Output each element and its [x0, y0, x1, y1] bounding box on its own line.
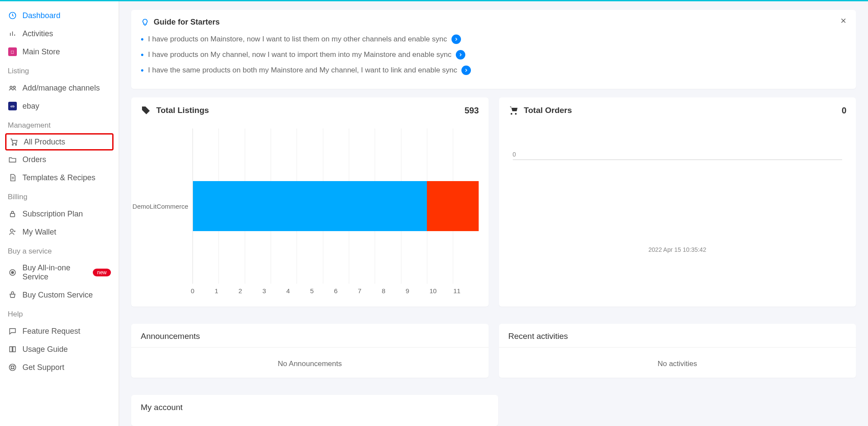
close-button[interactable] — [840, 17, 847, 25]
listings-title-text: Total Listings — [156, 106, 209, 115]
basket-icon — [8, 290, 17, 300]
folder-icon — [8, 155, 17, 164]
svg-point-6 — [10, 229, 13, 232]
guide-link[interactable]: • I have products on My channel, now I w… — [141, 50, 846, 60]
svg-point-3 — [12, 144, 13, 145]
guide-title: Guide for Starters — [141, 18, 846, 27]
orders-title: Total Orders — [508, 105, 572, 116]
sidebar-item-label: Usage Guide — [22, 345, 68, 354]
sidebar-item-label: Feature Request — [22, 327, 80, 336]
target-icon — [8, 268, 17, 277]
main-content: Guide for Starters • I have products on … — [119, 1, 868, 426]
sidebar-item-all-products[interactable]: All Products — [5, 133, 114, 150]
sidebar: Dashboard Activities ⬚ Main Store Listin… — [0, 1, 119, 426]
sidebar-item-orders[interactable]: Orders — [0, 150, 119, 169]
sidebar-item-label: Orders — [22, 155, 46, 164]
doc-icon — [8, 173, 17, 182]
svg-point-4 — [16, 144, 17, 145]
lock-icon — [8, 209, 17, 219]
guide-link-text: I have products on My channel, now I wan… — [148, 50, 451, 59]
bar-segment-2 — [427, 181, 479, 231]
listings-chart: DemoLitCommerce 01234567891011 — [141, 124, 479, 299]
orders-chart: 0 2022 Apr 15 10:35:42 — [508, 124, 847, 279]
badge-new: new — [93, 269, 111, 276]
sidebar-item-wallet[interactable]: My Wallet — [0, 223, 119, 241]
bullet-icon: • — [141, 66, 144, 75]
announcements-title: Announcements — [141, 332, 479, 341]
svg-point-2 — [13, 86, 16, 88]
total-orders-card: Total Orders 0 0 2022 Apr 15 10:35:42 — [499, 97, 856, 307]
sidebar-item-dashboard[interactable]: Dashboard — [0, 6, 119, 25]
book-icon — [8, 345, 17, 354]
ebay-icon: eb — [8, 101, 17, 111]
sidebar-item-label: Buy All-in-one Service — [22, 263, 85, 282]
chart-bars — [193, 181, 479, 231]
sidebar-item-label: Activities — [22, 29, 53, 38]
listings-value: 593 — [464, 106, 479, 116]
sidebar-item-allinone[interactable]: Buy All-in-one Service new — [0, 259, 119, 286]
cart-icon — [508, 105, 519, 116]
sidebar-item-feature-request[interactable]: Feature Request — [0, 322, 119, 340]
sidebar-item-label: Main Store — [22, 47, 60, 56]
section-billing: Billing — [0, 187, 119, 205]
dashboard-icon — [8, 11, 17, 20]
channels-icon — [8, 83, 17, 93]
sidebar-item-label: All Products — [24, 138, 65, 147]
activities-empty: No activities — [508, 354, 847, 370]
sidebar-item-activities[interactable]: Activities — [0, 25, 119, 43]
listings-title: Total Listings — [141, 105, 209, 116]
orders-zero-label: 0 — [513, 151, 843, 158]
guide-link[interactable]: • I have the same products on both my Ma… — [141, 66, 846, 75]
sidebar-item-ebay[interactable]: eb ebay — [0, 97, 119, 115]
account-title: My account — [141, 403, 489, 412]
bar-segment-1 — [193, 181, 427, 231]
sidebar-item-label: Get Support — [22, 363, 64, 372]
tag-icon — [141, 105, 151, 116]
sidebar-item-channels[interactable]: Add/manage channels — [0, 79, 119, 97]
svg-rect-5 — [10, 213, 15, 217]
sidebar-item-custom-service[interactable]: Buy Custom Service — [0, 286, 119, 304]
sidebar-item-label: Templates & Recipes — [22, 173, 95, 182]
activities-icon — [8, 29, 17, 38]
total-listings-card: Total Listings 593 DemoLitCommerce — [131, 97, 489, 307]
chart-category-label: DemoLitCommerce — [141, 128, 193, 284]
activities-title: Recent activities — [508, 332, 847, 341]
sidebar-item-label: Add/manage channels — [22, 84, 100, 93]
support-icon — [8, 363, 17, 372]
sidebar-item-label: Buy Custom Service — [22, 291, 93, 300]
guide-title-text: Guide for Starters — [154, 18, 220, 27]
chart-xaxis: 01234567891011 — [193, 284, 479, 294]
section-management: Management — [0, 115, 119, 133]
sidebar-item-label: My Wallet — [22, 228, 56, 237]
announcements-card: Announcements No Announcements — [131, 324, 489, 378]
orders-title-text: Total Orders — [524, 106, 572, 115]
sidebar-item-mainstore[interactable]: ⬚ Main Store — [0, 43, 119, 61]
bullet-icon: • — [141, 50, 144, 59]
activities-card: Recent activities No activities — [499, 324, 856, 378]
mainstore-icon: ⬚ — [8, 47, 17, 56]
orders-timestamp: 2022 Apr 15 10:35:42 — [513, 246, 843, 253]
svg-point-8 — [12, 272, 14, 274]
orders-value: 0 — [842, 106, 846, 116]
my-account-card: My account — [131, 395, 498, 426]
chat-icon — [8, 326, 17, 336]
bullet-icon: • — [141, 35, 144, 44]
announcements-empty: No Announcements — [141, 354, 479, 370]
sidebar-item-subscription[interactable]: Subscription Plan — [0, 205, 119, 223]
bulb-icon — [141, 18, 149, 27]
sidebar-item-templates[interactable]: Templates & Recipes — [0, 169, 119, 187]
guide-link-text: I have products on Mainstore, now I want… — [148, 35, 447, 44]
sidebar-item-usage-guide[interactable]: Usage Guide — [0, 340, 119, 358]
arrow-icon[interactable] — [461, 66, 471, 75]
sidebar-item-label: Subscription Plan — [22, 210, 83, 219]
section-buy-service: Buy a service — [0, 241, 119, 259]
arrow-icon[interactable] — [456, 50, 465, 60]
arrow-icon[interactable] — [451, 34, 461, 44]
orders-axis-line — [513, 160, 843, 160]
guide-link-text: I have the same products on both my Main… — [148, 66, 457, 75]
section-help: Help — [0, 304, 119, 322]
section-listing: Listing — [0, 61, 119, 79]
sidebar-item-label: ebay — [22, 102, 39, 111]
guide-link[interactable]: • I have products on Mainstore, now I wa… — [141, 34, 846, 44]
sidebar-item-support[interactable]: Get Support — [0, 358, 119, 376]
